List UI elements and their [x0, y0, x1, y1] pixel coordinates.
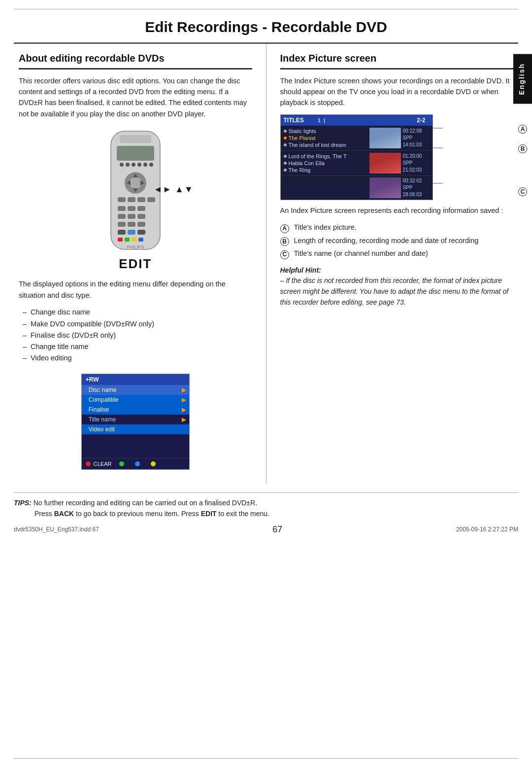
index-info-3: 00:32:02SPP28:06:03 [401, 176, 432, 200]
svg-rect-29 [128, 230, 135, 235]
represent-text: An Index Picture screen represents each … [280, 205, 514, 216]
index-screen: TITLES 1 | 2-2 Static lights The Pi [280, 114, 433, 200]
svg-rect-17 [137, 197, 145, 202]
dot-yellow [151, 461, 156, 466]
page-footer: dvdr5350H_EU_Eng537.indd 67 67 2005-09-1… [14, 524, 518, 535]
svg-rect-19 [118, 206, 126, 211]
helpful-hint: Helpful Hint: – If the disc is not recor… [280, 265, 514, 308]
bullet-icon [284, 137, 287, 140]
dot-red [86, 461, 91, 466]
index-thumb-2 [369, 153, 401, 174]
svg-rect-32 [125, 238, 130, 242]
bullet-icon [284, 155, 287, 158]
page-number: 67 [272, 524, 282, 535]
dot-green [119, 461, 124, 466]
svg-rect-25 [118, 222, 126, 227]
dvd-menu-screenshot: +RW Disc name ▶ Compatible ▶ Finalise ▶ … [81, 374, 190, 470]
svg-point-8 [149, 163, 153, 167]
svg-point-6 [137, 163, 141, 167]
index-row-titles [281, 178, 369, 198]
abc-list: A Title's index picture. B Length of rec… [280, 222, 514, 259]
svg-rect-26 [128, 222, 135, 227]
index-thumb-1 [369, 128, 401, 148]
tips-section: TIPS: No further recording and editing c… [14, 492, 518, 519]
index-title-item: Lord of the Rings, The T [284, 153, 366, 160]
svg-rect-18 [147, 197, 155, 202]
index-row: Lord of the Rings, The T Habla Con Ella … [281, 151, 432, 176]
footer-file: dvdr5350H_EU_Eng537.indd 67 [14, 526, 99, 533]
page-num: 2-2 [417, 117, 425, 124]
tips-label: TIPS: [14, 499, 32, 507]
dvd-menu-header: +RW [82, 374, 189, 385]
svg-rect-23 [128, 214, 135, 219]
hint-title: Helpful Hint: [280, 266, 321, 274]
callout-c: C [518, 187, 527, 196]
svg-point-5 [132, 163, 135, 167]
index-row-titles: Static lights The Pianist The island of … [281, 126, 369, 150]
hint-text: – If the disc is not recorded from this … [280, 277, 509, 306]
menu-arrow: ▶ [182, 386, 186, 393]
left-heading: About editing recordable DVDs [19, 53, 252, 64]
language-tab: English [513, 54, 532, 104]
index-screen-header: TITLES 1 | 2-2 [281, 115, 432, 126]
svg-rect-21 [137, 206, 145, 211]
bullet-icon [284, 169, 287, 172]
dvd-menu-item: Title name ▶ [82, 415, 189, 424]
svg-text:PHILIPS: PHILIPS [127, 244, 144, 249]
abc-item-a: A Title's index picture. [280, 222, 514, 233]
svg-rect-15 [118, 197, 126, 202]
callout-c-label: C [518, 187, 527, 196]
remote-image: PHILIPS ◄► ▲▼ [96, 126, 175, 254]
index-title-item: Habla Con Ella [284, 160, 366, 167]
index-title-item: Static lights [284, 128, 366, 135]
bullet-icon [284, 162, 287, 165]
dvd-menu-footer: CLEAR [82, 458, 189, 469]
left-column: About editing recordable DVDs This recor… [14, 44, 266, 484]
page-border-top [14, 9, 518, 10]
svg-rect-34 [138, 238, 143, 242]
list-item: Video editing [23, 352, 252, 364]
main-columns: About editing recordable DVDs This recor… [14, 44, 518, 484]
callout-a-label: A [518, 125, 527, 134]
remote-container: PHILIPS ◄► ▲▼ EDIT [19, 126, 252, 272]
dvd-menu-item: Disc name ▶ [82, 385, 189, 395]
index-thumb-3 [369, 177, 401, 198]
menu-arrow: ▶ [182, 396, 186, 403]
index-title-item: The Ring [284, 167, 366, 174]
svg-point-4 [126, 163, 130, 167]
tips-text: No further recording and editing can be … [33, 499, 257, 507]
dvd-menu-item: Finalise ▶ [82, 405, 189, 415]
callout-b: B [518, 144, 527, 153]
svg-rect-28 [118, 230, 126, 235]
svg-rect-24 [137, 214, 145, 219]
svg-rect-31 [118, 238, 123, 242]
svg-rect-20 [128, 206, 135, 211]
titles-label: TITLES [284, 117, 304, 124]
svg-rect-22 [118, 214, 126, 219]
index-row: 00:32:02SPP28:06:03 [281, 176, 432, 200]
right-heading-underline [280, 68, 514, 70]
edit-label: EDIT [119, 256, 152, 272]
menu-arrow: ▶ [182, 406, 186, 413]
bullet-icon [284, 130, 287, 133]
dot-blue [135, 461, 140, 466]
left-heading-underline [19, 68, 252, 70]
dvd-menu-item: Compatible ▶ [82, 395, 189, 405]
index-row: Static lights The Pianist The island of … [281, 126, 432, 151]
abc-marker-b: B [280, 236, 289, 246]
page-border-bottom [14, 758, 518, 759]
list-item: Finalise disc (DVD±R only) [23, 330, 252, 341]
dvd-menu-item: Video edit [82, 424, 189, 434]
left-intro-text: This recorder offers various disc edit o… [19, 75, 252, 120]
page-title: Edit Recordings - Recordable DVD [0, 0, 532, 42]
callout-a: A [518, 124, 527, 134]
abc-item-c: C Title's name (or channel number and da… [280, 248, 514, 259]
svg-rect-2 [117, 146, 154, 161]
svg-rect-30 [137, 230, 145, 235]
index-row-titles: Lord of the Rings, The T Habla Con Ella … [281, 151, 369, 175]
right-intro-text: The Index Picture screen shows your reco… [280, 75, 514, 108]
right-column: Index Picture screen The Index Picture s… [266, 44, 519, 484]
bullet-icon [284, 143, 287, 146]
svg-rect-33 [132, 238, 136, 242]
list-item: Change disc name [23, 307, 252, 318]
